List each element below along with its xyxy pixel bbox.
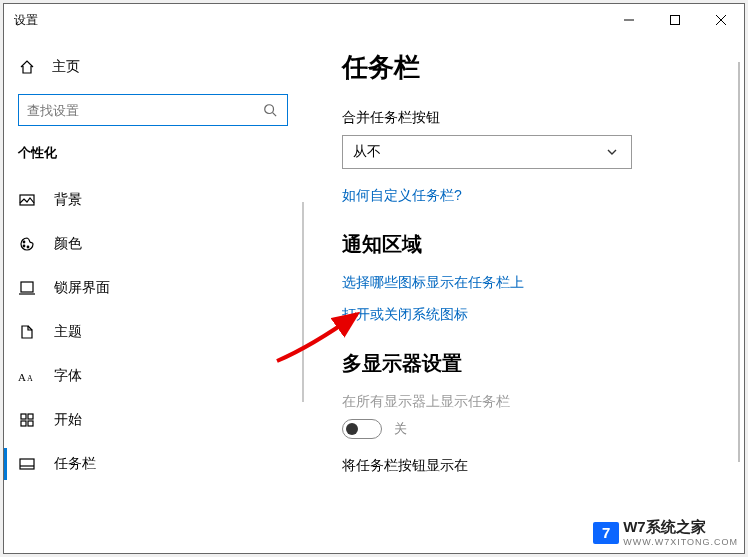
start-icon [18, 411, 36, 429]
nav-background[interactable]: 背景 [4, 178, 304, 222]
combine-dropdown[interactable]: 从不 [342, 135, 632, 169]
nav-start[interactable]: 开始 [4, 398, 304, 442]
svg-point-7 [23, 241, 25, 243]
nav-label: 主题 [54, 323, 82, 341]
nav-list: 背景 颜色 锁屏界面 [4, 178, 304, 486]
theme-icon [18, 323, 36, 341]
window-body: 主页 个性化 背景 [4, 36, 744, 553]
taskbar-icon [18, 455, 36, 473]
nav-label: 任务栏 [54, 455, 96, 473]
watermark-logo: 7 [593, 522, 619, 544]
chevron-down-icon [603, 143, 621, 161]
svg-line-5 [273, 113, 277, 117]
help-link[interactable]: 如何自定义任务栏? [342, 187, 720, 205]
watermark: 7 W7系统之家 WWW.W7XITONG.COM [593, 518, 738, 547]
home-button[interactable]: 主页 [4, 50, 304, 84]
lockscreen-icon [18, 279, 36, 297]
nav-label: 开始 [54, 411, 82, 429]
search-icon [261, 101, 279, 119]
font-icon: AA [18, 367, 36, 385]
nav-color[interactable]: 颜色 [4, 222, 304, 266]
combine-value: 从不 [353, 143, 381, 161]
sidebar-section-title: 个性化 [4, 126, 304, 168]
nav-lockscreen[interactable]: 锁屏界面 [4, 266, 304, 310]
select-icons-link[interactable]: 选择哪些图标显示在任务栏上 [342, 274, 720, 292]
sidebar: 主页 个性化 背景 [4, 36, 304, 553]
nav-label: 字体 [54, 367, 82, 385]
maximize-button[interactable] [652, 4, 698, 36]
svg-rect-10 [21, 282, 33, 292]
home-icon [18, 58, 36, 76]
nav-taskbar[interactable]: 任务栏 [4, 442, 304, 486]
combine-label: 合并任务栏按钮 [342, 109, 720, 127]
multi-monitor-heading: 多显示器设置 [342, 350, 720, 377]
svg-point-4 [265, 105, 274, 114]
nav-label: 颜色 [54, 235, 82, 253]
svg-point-9 [27, 246, 29, 248]
window-title: 设置 [14, 12, 38, 29]
svg-text:A: A [27, 374, 33, 383]
toggle-state-label: 关 [394, 420, 407, 438]
multi-toggle[interactable] [342, 419, 382, 439]
home-label: 主页 [52, 58, 80, 76]
search-input[interactable] [27, 103, 261, 118]
svg-point-8 [23, 245, 25, 247]
nav-label: 背景 [54, 191, 82, 209]
search-container [4, 94, 304, 126]
svg-rect-14 [21, 414, 26, 419]
svg-rect-17 [28, 421, 33, 426]
watermark-url: WWW.W7XITONG.COM [623, 537, 738, 547]
svg-rect-1 [671, 16, 680, 25]
multi-toggle-row: 关 [342, 419, 720, 439]
system-icons-link[interactable]: 打开或关闭系统图标 [342, 306, 720, 324]
minimize-button[interactable] [606, 4, 652, 36]
nav-label: 锁屏界面 [54, 279, 110, 297]
svg-text:A: A [18, 371, 26, 383]
multi-combo-label: 将任务栏按钮显示在 [342, 457, 720, 475]
multi-toggle-label: 在所有显示器上显示任务栏 [342, 393, 720, 411]
svg-rect-15 [28, 414, 33, 419]
close-button[interactable] [698, 4, 744, 36]
notification-heading: 通知区域 [342, 231, 720, 258]
search-input-box[interactable] [18, 94, 288, 126]
content-pane: 任务栏 合并任务栏按钮 从不 如何自定义任务栏? 通知区域 选择哪些图标显示在任… [304, 36, 744, 553]
palette-icon [18, 235, 36, 253]
nav-font[interactable]: AA 字体 [4, 354, 304, 398]
toggle-knob [346, 423, 358, 435]
content-scrollbar[interactable] [738, 62, 740, 462]
image-icon [18, 191, 36, 209]
titlebar: 设置 [4, 4, 744, 36]
settings-window: 设置 主页 [3, 3, 745, 554]
svg-rect-18 [20, 459, 34, 469]
svg-rect-16 [21, 421, 26, 426]
nav-theme[interactable]: 主题 [4, 310, 304, 354]
page-title: 任务栏 [342, 50, 720, 85]
watermark-brand: W7系统之家 [623, 518, 706, 535]
